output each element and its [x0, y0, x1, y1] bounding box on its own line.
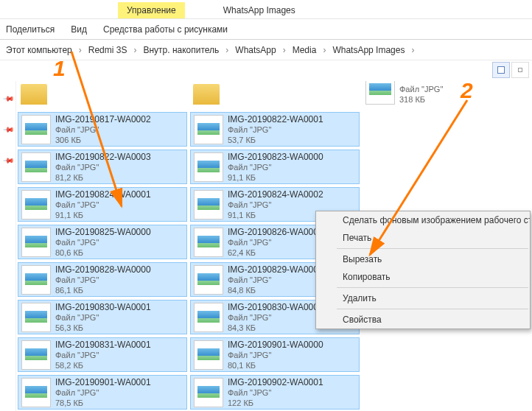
file-item[interactable]: IMG-20190902-WA0001Файл "JPG"122 КБ — [190, 375, 360, 410]
file-size: 81,2 КБ — [55, 172, 151, 183]
crumb-2[interactable]: Внутр. накопитель — [140, 43, 222, 57]
folder-icon — [193, 84, 220, 105]
file-type: Файл "JPG" — [228, 312, 323, 323]
file-type: Файл "JPG" — [399, 84, 443, 94]
cm-delete[interactable]: Удалить — [316, 289, 530, 307]
file-type: Файл "JPG" — [55, 162, 151, 172]
file-item[interactable]: Файл "JPG" 318 КБ — [363, 81, 531, 106]
file-name: IMG-20190831-WA0001 — [55, 340, 151, 350]
file-item[interactable]: IMG-20190825-WA0000Файл "JPG"80,6 КБ — [18, 225, 187, 259]
cm-properties[interactable]: Свойства — [316, 311, 530, 329]
view-mode-toolbar — [492, 62, 529, 78]
pin-icon: 📌 — [3, 92, 15, 104]
file-type: Файл "JPG" — [55, 124, 151, 135]
chevron-right-icon: › — [77, 45, 84, 55]
file-type: Файл "JPG" — [55, 275, 151, 285]
file-size: 56,3 КБ — [55, 323, 151, 333]
cm-set-wallpaper[interactable]: Сделать фоновым изображением рабочего ст… — [316, 211, 530, 229]
file-size: 306 КБ — [55, 135, 151, 145]
file-item[interactable]: IMG-20190822-WA0001Файл "JPG"53,7 КБ — [190, 112, 360, 147]
cm-copy[interactable]: Копировать — [316, 268, 530, 286]
image-file-icon — [21, 228, 51, 257]
crumb-0[interactable]: Этот компьютер — [3, 43, 75, 57]
folder-item[interactable] — [18, 81, 186, 106]
file-size: 84,8 КБ — [228, 285, 323, 295]
file-item[interactable]: IMG-20190901-WA0000Файл "JPG"80,1 КБ — [190, 337, 360, 372]
ribbon-view[interactable]: Вид — [71, 24, 87, 35]
file-name: IMG-20190830-WA0001 — [55, 302, 151, 312]
crumb-3[interactable]: WhatsApp — [232, 43, 279, 57]
image-file-icon — [194, 228, 223, 257]
file-name: IMG-20190902-WA0001 — [228, 377, 323, 387]
annotation-number-2: 2 — [461, 78, 473, 103]
file-item[interactable]: IMG-20190901-WA0001Файл "JPG"78,5 КБ — [18, 375, 187, 410]
file-type: Файл "JPG" — [228, 162, 323, 172]
breadcrumb[interactable]: Этот компьютер› Redmi 3S› Внутр. накопит… — [0, 40, 532, 60]
image-file-icon — [194, 378, 223, 407]
ribbon-share[interactable]: Поделиться — [6, 24, 55, 35]
pin-icon: 📌 — [3, 154, 15, 166]
file-type: Файл "JPG" — [228, 350, 323, 360]
file-name: IMG-20190817-WA0002 — [55, 114, 151, 124]
file-item[interactable]: IMG-20190830-WA0001Файл "JPG"56,3 КБ — [18, 300, 187, 334]
image-file-icon — [21, 340, 51, 370]
file-size: 84,3 КБ — [228, 323, 323, 333]
image-file-icon — [194, 303, 223, 332]
folder-item[interactable] — [190, 81, 358, 106]
cm-cut[interactable]: Вырезать — [316, 250, 530, 268]
file-name: IMG-20190825-WA0000 — [55, 227, 151, 237]
sidebar: 📌 📌 📌 — [0, 81, 16, 411]
file-type: Файл "JPG" — [55, 200, 151, 210]
file-item[interactable]: IMG-20190822-WA0003Файл "JPG"81,2 КБ — [18, 150, 187, 184]
ribbon-picture-tools[interactable]: Средства работы с рисунками — [103, 24, 228, 35]
view-details-button[interactable] — [511, 62, 529, 78]
file-size: 86,1 КБ — [55, 285, 151, 295]
file-size: 91,1 КБ — [228, 210, 323, 220]
file-name: IMG-20190822-WA0001 — [228, 114, 323, 124]
view-large-button[interactable] — [492, 62, 510, 78]
cm-print[interactable]: Печать — [316, 229, 530, 247]
file-type: Файл "JPG" — [55, 312, 151, 323]
image-file-icon — [21, 152, 51, 182]
file-size: 122 КБ — [228, 398, 323, 408]
file-size: 80,1 КБ — [228, 360, 323, 370]
file-type: Файл "JPG" — [228, 124, 323, 135]
file-item[interactable]: IMG-20190823-WA0000Файл "JPG"91,1 КБ — [190, 150, 360, 184]
separator — [337, 248, 528, 249]
file-type: Файл "JPG" — [228, 200, 323, 210]
file-size: 58,2 КБ — [55, 360, 151, 370]
image-file-icon — [21, 190, 51, 219]
image-file-icon — [21, 115, 51, 144]
separator — [337, 309, 528, 309]
file-size: 91,1 КБ — [228, 172, 323, 183]
image-file-icon — [194, 265, 223, 295]
file-name: IMG-20190829-WA0000 — [228, 264, 323, 275]
file-name: IMG-20190830-WA0002 — [228, 302, 323, 312]
crumb-4[interactable]: Media — [290, 43, 320, 57]
file-name: IMG-20190828-WA0000 — [55, 264, 151, 275]
file-item[interactable]: IMG-20190828-WA0000Файл "JPG"86,1 КБ — [18, 262, 187, 297]
chevron-right-icon: › — [281, 45, 288, 55]
file-name: IMG-20190824-WA0002 — [228, 189, 323, 200]
file-type: Файл "JPG" — [55, 387, 151, 398]
file-item[interactable]: IMG-20190824-WA0001Файл "JPG"91,1 КБ — [18, 187, 187, 222]
file-item[interactable]: IMG-20190831-WA0001Файл "JPG"58,2 КБ — [18, 337, 187, 372]
file-size: 91,1 КБ — [55, 210, 151, 220]
pin-icon: 📌 — [3, 123, 15, 135]
file-name: IMG-20190826-WA0001 — [228, 227, 323, 237]
separator — [337, 287, 528, 288]
file-item[interactable]: IMG-20190817-WA0002Файл "JPG"306 КБ — [18, 112, 187, 147]
crumb-1[interactable]: Redmi 3S — [85, 43, 130, 57]
annotation-number-1: 1 — [53, 56, 66, 81]
file-name: IMG-20190823-WA0000 — [228, 152, 323, 162]
chevron-right-icon: › — [223, 45, 231, 55]
crumb-5[interactable]: WhatsApp Images — [329, 43, 407, 57]
file-name: IMG-20190901-WA0001 — [55, 377, 151, 387]
ribbon-context-tab[interactable]: Управление — [118, 2, 185, 18]
file-type: Файл "JPG" — [228, 237, 323, 247]
file-type: Файл "JPG" — [228, 387, 323, 398]
image-file-icon — [21, 265, 51, 295]
chevron-right-icon: › — [131, 45, 139, 55]
image-file-icon — [194, 152, 223, 182]
image-file-icon — [365, 81, 395, 105]
